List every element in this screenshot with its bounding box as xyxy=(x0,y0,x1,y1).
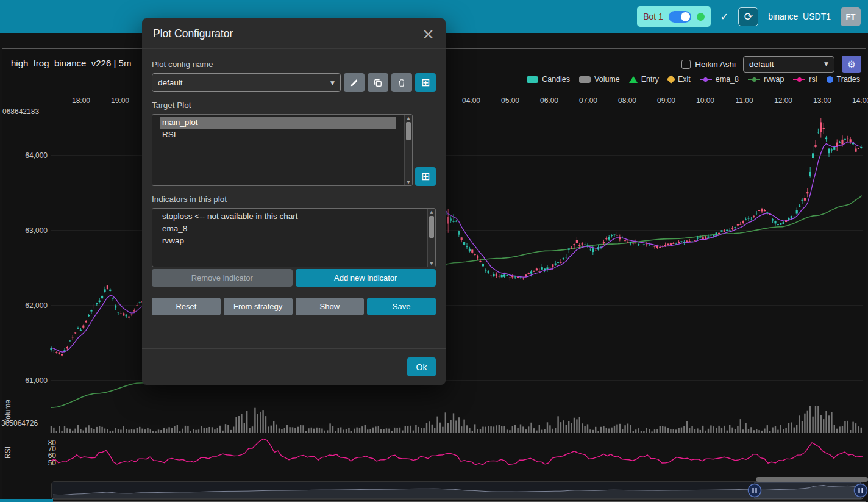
bottom-accent-bar xyxy=(0,499,53,502)
svg-text:11:00: 11:00 xyxy=(735,96,753,105)
plot-config-name-label: Plot config name xyxy=(152,60,436,69)
scrollbar-thumb[interactable] xyxy=(406,122,411,140)
svg-text:05:00: 05:00 xyxy=(501,96,519,105)
dialog-title: Plot Configurator xyxy=(153,27,233,40)
legend-line-dot-marker xyxy=(748,76,760,83)
datazoom-right-handle[interactable] xyxy=(854,484,867,497)
copy-icon xyxy=(374,79,382,87)
volume-series xyxy=(51,406,862,433)
legend-label: Exit xyxy=(678,75,691,84)
legend-item-Volume[interactable]: Volume xyxy=(579,75,620,84)
bot-name: Bot 1 xyxy=(643,12,663,21)
bot-online-indicator xyxy=(697,13,705,21)
svg-text:Volume: Volume xyxy=(4,400,12,424)
show-button[interactable]: Show xyxy=(296,298,365,315)
indicator-option[interactable]: stoploss <-- not available in this chart xyxy=(160,210,419,223)
target-plot-option[interactable]: RSI xyxy=(160,129,396,141)
svg-text:RSI: RSI xyxy=(4,446,12,459)
legend-item-Candles[interactable]: Candles xyxy=(527,75,570,84)
plot-config-select[interactable]: default ▼ xyxy=(743,56,834,73)
chart-controls: Heikin Ashi default ▼ ⚙ xyxy=(681,56,861,73)
target-plot-row: main_plotRSI ▲ ▼ ⊞ xyxy=(152,114,436,186)
plus-square-icon: ⊞ xyxy=(421,77,430,88)
rename-config-button[interactable] xyxy=(344,73,365,92)
svg-text:63,000: 63,000 xyxy=(25,226,48,235)
heikin-ashi-checkbox[interactable] xyxy=(681,60,691,69)
svg-text:14:00: 14:00 xyxy=(852,96,868,105)
legend-item-ema_8[interactable]: ema_8 xyxy=(700,75,739,84)
delete-config-button[interactable] xyxy=(391,73,412,92)
plot-configurator-dialog: Plot Configurator × Plot config name def… xyxy=(142,18,446,385)
add-plot-button[interactable]: ⊞ xyxy=(415,167,436,186)
bot-toggle[interactable] xyxy=(669,11,691,23)
legend-label: rvwap xyxy=(764,75,784,84)
legend-triangle-marker xyxy=(629,76,638,83)
scroll-up-icon[interactable]: ▲ xyxy=(430,209,433,215)
instance-name: binance_USDT1 xyxy=(768,12,831,21)
svg-text:12:00: 12:00 xyxy=(774,96,792,105)
legend-circle-marker xyxy=(827,76,833,83)
svg-text:068642183: 068642183 xyxy=(2,107,39,116)
app-logo[interactable]: FT xyxy=(841,7,861,26)
listbox-scrollbar[interactable]: ▲ ▼ xyxy=(404,115,412,185)
config-name-select-value: default xyxy=(158,78,183,87)
listbox-scrollbar[interactable]: ▲ ▼ xyxy=(427,209,435,267)
svg-text:61,000: 61,000 xyxy=(25,376,48,385)
save-button[interactable]: Save xyxy=(367,298,436,315)
check-icon: ✓ xyxy=(720,11,728,23)
indicator-buttons-row: Remove indicator Add new indicator xyxy=(152,269,436,287)
chart-legend: CandlesVolumeEntryExitema_8rvwaprsiTrade… xyxy=(527,75,860,84)
chart-title: high_frog_binance_v226 | 5m xyxy=(11,58,131,68)
bot-selector[interactable]: Bot 1 xyxy=(637,6,711,27)
plot-settings-button[interactable]: ⚙ xyxy=(842,56,861,73)
legend-line-dot-marker xyxy=(793,76,805,83)
chevron-down-icon: ▼ xyxy=(824,61,828,67)
duplicate-config-button[interactable] xyxy=(368,73,388,92)
scrollbar-thumb[interactable] xyxy=(429,216,434,238)
legend-item-Entry[interactable]: Entry xyxy=(629,75,659,84)
dialog-header: Plot Configurator × xyxy=(142,18,446,49)
indicator-option[interactable]: rvwap xyxy=(160,235,419,247)
plus-square-icon: ⊞ xyxy=(421,171,430,182)
heikin-ashi-label: Heikin Ashi xyxy=(695,60,736,69)
config-buttons-row: Reset From strategy Show Save xyxy=(152,298,436,315)
svg-text:06:00: 06:00 xyxy=(540,96,558,105)
heikin-ashi-toggle[interactable]: Heikin Ashi xyxy=(681,60,736,69)
reset-button[interactable]: Reset xyxy=(152,298,221,315)
target-plot-listbox[interactable]: main_plotRSI ▲ ▼ xyxy=(152,114,413,186)
add-config-button[interactable]: ⊞ xyxy=(415,73,436,92)
legend-item-Trades[interactable]: Trades xyxy=(827,75,860,84)
legend-label: Trades xyxy=(837,75,860,84)
chevron-down-icon: ▼ xyxy=(330,80,335,86)
scroll-up-icon[interactable]: ▲ xyxy=(407,115,410,121)
close-icon[interactable]: × xyxy=(422,28,435,40)
legend-item-rsi[interactable]: rsi xyxy=(793,75,817,84)
from-strategy-button[interactable]: From strategy xyxy=(224,298,293,315)
horizontal-scrollbar-thumb[interactable] xyxy=(756,477,868,482)
target-plot-option[interactable]: main_plot xyxy=(160,117,396,129)
rsi-line xyxy=(51,439,863,465)
indicator-option[interactable]: ema_8 xyxy=(160,223,419,235)
datazoom-slider[interactable] xyxy=(52,482,863,499)
reload-button[interactable]: ⟳ xyxy=(738,7,758,26)
target-plot-label: Target Plot xyxy=(152,101,436,110)
scroll-down-icon[interactable]: ▼ xyxy=(407,179,410,185)
config-name-select[interactable]: default ▼ xyxy=(152,73,341,92)
remove-indicator-button[interactable]: Remove indicator xyxy=(152,269,293,287)
indicators-label: Indicators in this plot xyxy=(152,195,436,204)
legend-label: rsi xyxy=(809,75,817,84)
pencil-icon xyxy=(350,79,358,87)
ok-button[interactable]: Ok xyxy=(407,357,436,376)
svg-text:09:00: 09:00 xyxy=(657,96,675,105)
svg-text:04:00: 04:00 xyxy=(462,96,480,105)
legend-item-Exit[interactable]: Exit xyxy=(668,75,691,84)
legend-rect-marker xyxy=(579,76,591,83)
legend-item-rvwap[interactable]: rvwap xyxy=(748,75,784,84)
scroll-down-icon[interactable]: ▼ xyxy=(430,260,433,267)
add-new-indicator-button[interactable]: Add new indicator xyxy=(296,269,436,287)
indicators-listbox[interactable]: stoploss <-- not available in this chart… xyxy=(152,208,436,267)
svg-text:64,000: 64,000 xyxy=(25,151,48,160)
svg-text:18:00: 18:00 xyxy=(72,96,90,105)
datazoom-left-handle[interactable] xyxy=(748,484,761,497)
gear-icon: ⚙ xyxy=(847,59,856,70)
